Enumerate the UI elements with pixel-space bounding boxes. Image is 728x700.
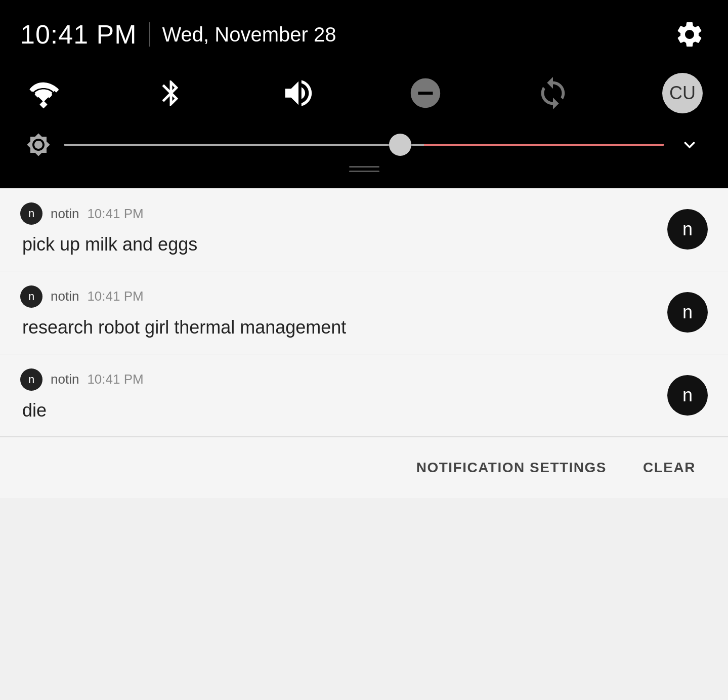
drag-line-1 xyxy=(349,166,379,168)
notification-header: n notin 10:41 PM xyxy=(20,368,655,391)
date: Wed, November 28 xyxy=(162,23,336,46)
notification-content: n notin 10:41 PM research robot girl the… xyxy=(20,285,655,340)
brightness-slider[interactable] xyxy=(64,143,664,147)
drag-handle-lines xyxy=(349,166,379,172)
drag-line-2 xyxy=(349,171,379,172)
brightness-svg xyxy=(26,133,51,157)
notif-action-icon-2[interactable]: n xyxy=(667,292,708,333)
notification-header: n notin 10:41 PM xyxy=(20,202,655,225)
notif-app-icon-1: n xyxy=(20,202,42,225)
notification-header: n notin 10:41 PM xyxy=(20,285,655,308)
collapse-button[interactable] xyxy=(676,132,703,158)
quick-toggles-row: CU xyxy=(20,73,708,113)
notification-item[interactable]: n notin 10:41 PM research robot girl the… xyxy=(0,271,728,354)
notif-app-name-1: notin xyxy=(51,206,79,222)
wifi-icon xyxy=(28,78,59,108)
notif-message-2: research robot girl thermal management xyxy=(22,316,655,340)
time-date: 10:41 PM Wed, November 28 xyxy=(20,19,336,50)
notif-time-2: 10:41 PM xyxy=(87,289,143,304)
notif-action-icon-3[interactable]: n xyxy=(667,375,708,416)
notif-action-icon-1[interactable]: n xyxy=(667,209,708,250)
settings-gear-button[interactable] xyxy=(671,16,708,53)
drag-handle[interactable] xyxy=(20,158,708,176)
status-bar-row: 10:41 PM Wed, November 28 xyxy=(20,16,708,53)
brightness-icon xyxy=(25,132,52,158)
avatar-initials: CU xyxy=(669,83,696,104)
notif-time-1: 10:41 PM xyxy=(87,206,143,222)
brightness-row xyxy=(20,132,708,158)
notif-app-icon-3: n xyxy=(20,368,42,391)
bluetooth-icon xyxy=(156,78,186,108)
notif-app-name-3: notin xyxy=(51,372,79,387)
dnd-icon xyxy=(408,75,443,111)
notif-app-name-2: notin xyxy=(51,289,79,304)
notif-app-icon-letter-1: n xyxy=(28,207,34,220)
notification-content: n notin 10:41 PM die xyxy=(20,368,655,423)
volume-icon xyxy=(281,75,316,111)
dnd-toggle[interactable] xyxy=(407,75,444,111)
clock: 10:41 PM xyxy=(20,19,137,50)
notif-app-icon-letter-3: n xyxy=(28,373,34,386)
notif-app-icon-2: n xyxy=(20,285,42,308)
divider xyxy=(149,22,150,47)
brightness-track xyxy=(64,144,664,146)
notif-action-letter-3: n xyxy=(682,385,693,406)
notif-action-letter-2: n xyxy=(682,302,693,323)
bottom-action-bar: NOTIFICATION SETTINGS CLEAR xyxy=(0,437,728,498)
volume-toggle[interactable] xyxy=(280,75,317,111)
notification-content: n notin 10:41 PM pick up milk and eggs xyxy=(20,202,655,257)
notification-item[interactable]: n notin 10:41 PM pick up milk and eggs n xyxy=(0,188,728,271)
notif-action-letter-1: n xyxy=(682,219,693,240)
notification-item[interactable]: n notin 10:41 PM die n xyxy=(0,354,728,437)
brightness-thumb[interactable] xyxy=(389,134,411,156)
gear-icon xyxy=(674,19,705,50)
notif-message-1: pick up milk and eggs xyxy=(22,233,655,257)
clear-notifications-button[interactable]: CLEAR xyxy=(635,456,704,480)
bluetooth-toggle[interactable] xyxy=(153,75,189,111)
rotate-toggle[interactable] xyxy=(535,75,571,111)
chevron-down-icon xyxy=(678,134,701,156)
rotate-icon xyxy=(535,75,571,111)
notifications-section: n notin 10:41 PM pick up milk and eggs n… xyxy=(0,188,728,498)
notif-message-3: die xyxy=(22,399,655,423)
wifi-toggle[interactable] xyxy=(25,75,62,111)
notif-time-3: 10:41 PM xyxy=(87,372,143,387)
quick-settings-panel: 10:41 PM Wed, November 28 xyxy=(0,0,728,188)
user-avatar[interactable]: CU xyxy=(662,73,703,113)
notification-settings-button[interactable]: NOTIFICATION SETTINGS xyxy=(408,456,615,480)
notif-app-icon-letter-2: n xyxy=(28,290,34,303)
